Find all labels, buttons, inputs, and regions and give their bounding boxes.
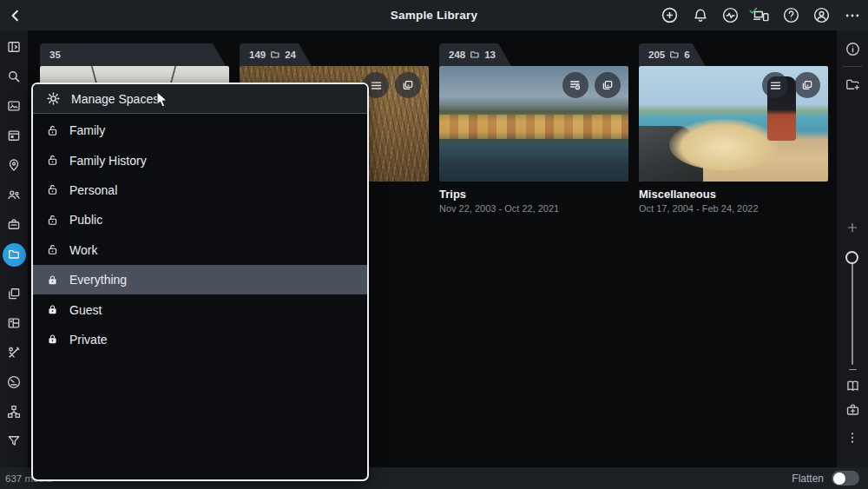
- stack-view-button[interactable]: [595, 72, 621, 98]
- space-label: Public: [69, 213, 102, 227]
- lock-closed-icon: [46, 274, 59, 287]
- more-options-button[interactable]: [837, 427, 868, 448]
- zoom-slider-handle[interactable]: [845, 251, 858, 264]
- left-sidebar: [0, 30, 28, 467]
- folders-button-active[interactable]: [0, 239, 28, 270]
- notifications-button[interactable]: [691, 6, 709, 24]
- space-label: Work: [69, 243, 97, 257]
- album-thumbnail[interactable]: [639, 66, 828, 182]
- import-box-button[interactable]: [837, 399, 868, 420]
- map-pin-icon: [6, 157, 22, 173]
- zoom-in-button[interactable]: [837, 217, 868, 238]
- album-tab[interactable]: 149 24: [240, 43, 312, 66]
- space-label: Private: [69, 333, 108, 347]
- folder-small-icon: [669, 50, 680, 60]
- copies-icon: [6, 286, 22, 301]
- people-button[interactable]: [0, 180, 28, 209]
- albums-button[interactable]: [0, 308, 28, 338]
- gear-icon: [46, 91, 61, 106]
- flatten-toggle[interactable]: [832, 471, 859, 486]
- devices-button[interactable]: [752, 6, 770, 24]
- book-icon: [845, 378, 861, 394]
- album-date-range: Oct 17, 2004 - Feb 24, 2022: [639, 201, 828, 214]
- album-caption: Miscellaneous Oct 17, 2004 - Feb 24, 202…: [639, 182, 828, 214]
- add-button[interactable]: [661, 6, 679, 24]
- all-photos-button[interactable]: [0, 91, 28, 121]
- dashboard-button[interactable]: [0, 367, 28, 397]
- tools-icon: [6, 345, 22, 360]
- map-button[interactable]: [0, 150, 28, 180]
- more-menu-button[interactable]: [843, 6, 861, 24]
- thumb-actions: [762, 72, 820, 98]
- album-card-miscellaneous[interactable]: 205 6 Miscellaneous Oct: [639, 43, 828, 214]
- ellipsis-vertical-icon: [845, 431, 859, 445]
- space-label: Family History: [69, 154, 147, 168]
- manage-spaces-item[interactable]: Manage Spaces: [33, 84, 367, 114]
- tools-button[interactable]: [0, 338, 28, 367]
- album-tab[interactable]: 248 13: [439, 43, 511, 66]
- album-date-range: Nov 22, 2003 - Oct 22, 2021: [439, 201, 628, 214]
- people-icon: [6, 187, 22, 202]
- lock-open-icon: [46, 183, 59, 196]
- photo-stack-icon: [601, 78, 615, 92]
- calendar-button[interactable]: [0, 121, 28, 150]
- account-icon: [812, 6, 831, 24]
- activity-button[interactable]: [721, 6, 740, 24]
- space-item-everything[interactable]: Everything: [33, 265, 367, 294]
- gauge-icon: [6, 374, 22, 390]
- search-icon: [6, 69, 22, 84]
- plus-icon: [846, 221, 858, 234]
- list-view-button[interactable]: [762, 72, 788, 98]
- lock-open-icon: [46, 124, 59, 137]
- space-item-family-history[interactable]: Family History: [33, 145, 367, 175]
- tree-button[interactable]: [0, 397, 28, 426]
- filter-button[interactable]: [0, 426, 28, 456]
- info-button[interactable]: [837, 38, 868, 59]
- stack-view-button[interactable]: [395, 72, 421, 98]
- mouse-cursor: [156, 91, 169, 109]
- reading-view-button[interactable]: [837, 375, 868, 396]
- folder-icon: [7, 248, 21, 261]
- spaces-list: Family Family History Personal Public Wo: [33, 114, 367, 354]
- album-tab[interactable]: 35: [40, 43, 226, 66]
- toggle-knob: [833, 472, 845, 485]
- lock-open-icon: [46, 243, 59, 256]
- album-thumbnail[interactable]: [439, 66, 628, 182]
- space-item-personal[interactable]: Personal: [33, 175, 367, 205]
- lock-closed-icon: [46, 303, 59, 316]
- add-folder-button[interactable]: [837, 74, 868, 95]
- filter-funnel-icon: [6, 433, 22, 449]
- toggle-panel-button[interactable]: [0, 32, 28, 62]
- thumbnail-detail: [669, 119, 779, 170]
- album-title: Trips: [439, 188, 628, 201]
- thumb-actions: [363, 72, 421, 98]
- lock-open-icon: [46, 214, 59, 227]
- zoom-slider-track[interactable]: [852, 262, 853, 365]
- space-item-public[interactable]: Public: [33, 205, 367, 235]
- minus-icon: [847, 364, 858, 375]
- folder-small-icon: [470, 50, 480, 60]
- manage-spaces-label: Manage Spaces: [71, 92, 159, 106]
- info-icon: [845, 41, 861, 57]
- album-tab[interactable]: 205 6: [639, 43, 706, 66]
- album-card-trips[interactable]: 248 13 Trips Nov 22, 2003 - Oct 22, 2021: [439, 43, 628, 214]
- space-item-guest[interactable]: Guest: [33, 294, 367, 324]
- active-highlight: [3, 243, 26, 267]
- photos-icon: [6, 98, 22, 114]
- lock-open-icon: [46, 154, 59, 167]
- top-bar: Sample Library: [0, 0, 868, 30]
- calendar-icon: [6, 128, 22, 143]
- duplicates-button[interactable]: [0, 279, 28, 308]
- search-button[interactable]: [0, 62, 28, 91]
- account-button[interactable]: [812, 6, 831, 24]
- import-bag-button[interactable]: [0, 209, 28, 239]
- activity-pulse-icon: [721, 6, 740, 24]
- list-icon: [370, 79, 383, 92]
- space-item-work[interactable]: Work: [33, 235, 367, 265]
- thumbnail-detail: [439, 115, 628, 139]
- help-button[interactable]: [782, 6, 800, 24]
- space-item-family[interactable]: Family: [33, 116, 367, 145]
- stack-view-button[interactable]: [794, 72, 820, 98]
- sort-settings-button[interactable]: [562, 72, 589, 98]
- space-item-private[interactable]: Private: [33, 325, 367, 354]
